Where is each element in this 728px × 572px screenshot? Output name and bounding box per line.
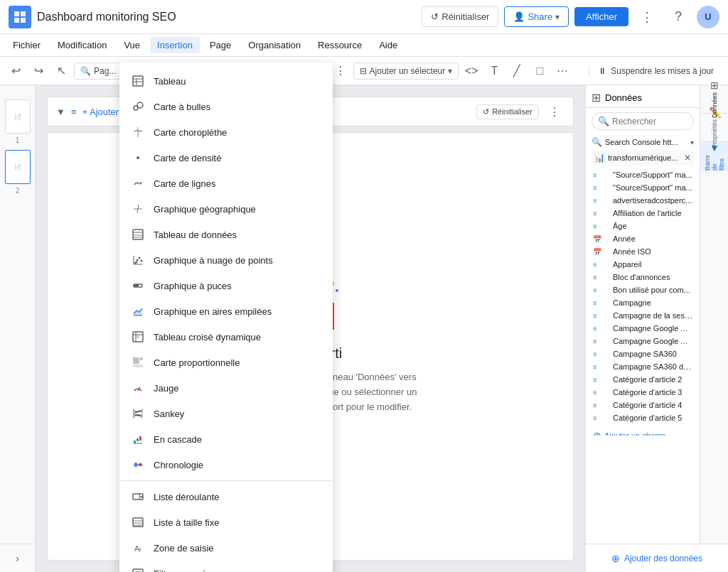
menu-puces[interactable]: Graphique à puces	[119, 273, 333, 298]
field-19[interactable]: ≡ Catégorie d'article 5	[592, 411, 694, 424]
svg-rect-2	[14, 18, 19, 23]
menu-cascade[interactable]: En cascade	[119, 426, 333, 452]
suspendre-icon: ⏸	[598, 66, 606, 76]
menu-liste-deroulante[interactable]: Liste déroulante	[119, 484, 333, 509]
field-15[interactable]: ≡ Campagne SA360 de ...	[592, 360, 694, 373]
filter-icon2: ≡	[71, 107, 77, 117]
field-4[interactable]: ≡ Âge	[592, 220, 694, 232]
field-type-icon: ≡	[593, 299, 610, 307]
text-tool[interactable]: T	[484, 61, 504, 81]
menu-aide[interactable]: Aide	[372, 37, 405, 53]
help-button[interactable]: ?	[665, 4, 691, 30]
data-source-transfor[interactable]: 📊 transfornumérique... ✕	[592, 150, 694, 166]
select-tool[interactable]: ↖	[51, 61, 71, 81]
field-5[interactable]: 📅 Année	[592, 232, 694, 245]
proprietes-tab-label: Propriétés	[711, 119, 718, 149]
svg-rect-39	[134, 284, 139, 287]
page-num-1: 1	[16, 136, 20, 144]
data-search-input[interactable]	[612, 117, 687, 126]
field-type-icon: ≡	[593, 363, 610, 371]
menu-crosstab[interactable]: Tableau croisé dynamique	[119, 324, 333, 350]
svg-rect-1	[21, 11, 26, 16]
code-button[interactable]: <>	[461, 61, 481, 81]
close-source-button[interactable]: ✕	[684, 153, 691, 163]
charts-section: Tableau Carte à bulles Carte choroplèthe…	[119, 65, 333, 480]
field-0[interactable]: ≡ "Source/Support" ma...	[592, 168, 694, 181]
field-11[interactable]: ≡ Campagne de la sess...	[592, 309, 694, 322]
field-type-icon: ≡	[593, 312, 610, 320]
shape-tool[interactable]: □	[530, 61, 550, 81]
data-source-transfor-label: transfornumérique...	[608, 153, 678, 162]
field-2[interactable]: ≡ advertiseradcostperc...	[592, 194, 694, 207]
menu-filtre-avance[interactable]: Filtre avancé	[119, 561, 333, 572]
page-thumb-1[interactable]: 📄 1	[5, 99, 31, 144]
menu-tableau[interactable]: Tableau	[119, 68, 333, 94]
tab-donnees[interactable]: ⊞ Données	[700, 85, 728, 114]
menu-carte-lignes[interactable]: Carte de lignes	[119, 171, 333, 196]
menu-propmap[interactable]: Carte proportionnelle	[119, 350, 333, 375]
menu-stacked[interactable]: Graphique en aires empilées	[119, 298, 333, 324]
menu-tableau-donnees[interactable]: Tableau de données	[119, 222, 333, 247]
menu-organisation[interactable]: Organisation	[241, 37, 308, 53]
menu-zone-saisie[interactable]: A Zone de saisie	[119, 535, 333, 561]
page-thumb-2[interactable]: 📄 2	[5, 150, 31, 195]
menu-vue[interactable]: Vue	[117, 37, 147, 53]
field-17[interactable]: ≡ Catégorie d'article 3	[592, 386, 694, 399]
menu-ressource[interactable]: Ressource	[311, 37, 369, 53]
afficher-button[interactable]: Afficher	[574, 7, 628, 26]
page-nav-arrow[interactable]: ›	[0, 544, 36, 572]
undo-button[interactable]: ↩	[6, 61, 26, 81]
field-type-icon: ≡	[593, 401, 610, 409]
add-field-button[interactable]: ⊕ Ajouter un champ	[592, 427, 694, 436]
add-data-button[interactable]: ⊕ Ajouter des données	[586, 544, 728, 572]
menu-scatter[interactable]: Graphique à nuage de points	[119, 247, 333, 273]
more-shapes-button[interactable]: ⋯	[552, 61, 572, 81]
menu-modification[interactable]: Modification	[50, 37, 114, 53]
reinit-button[interactable]: ↺ Réinitialiser	[422, 6, 498, 27]
field-14[interactable]: ≡ Campagne SA360	[592, 347, 694, 360]
canvas-reinit-button[interactable]: ↺ Réinitialiser	[476, 104, 539, 119]
redo-button[interactable]: ↪	[28, 61, 48, 81]
svg-point-33	[139, 257, 141, 259]
canvas-more-button[interactable]: ⋮	[545, 102, 564, 122]
field-9[interactable]: ≡ Bon utilisé pour com...	[592, 284, 694, 296]
field-12[interactable]: ≡ Campagne Google Ads	[592, 322, 694, 335]
svg-rect-56	[139, 436, 141, 441]
share-button[interactable]: 👤 Share ▾	[504, 6, 569, 27]
data-source-search-console[interactable]: 🔍 Search Console htt... ▾	[592, 134, 694, 150]
menu-gauge[interactable]: Jauge	[119, 375, 333, 401]
menu-graphique-geo[interactable]: Graphique géographique	[119, 196, 333, 222]
menu-insertion[interactable]: Insertion	[150, 37, 200, 53]
field-type-icon: ≡	[593, 376, 610, 384]
field-8[interactable]: ≡ Bloc d'annonces	[592, 271, 694, 284]
field-6[interactable]: 📅 Année ISO	[592, 245, 694, 258]
field-type-icon: ≡	[593, 261, 610, 269]
chevron-source-icon: ▾	[690, 139, 694, 146]
menu-bar: Fichier Modification Vue Insertion Page …	[0, 34, 728, 57]
dots-button[interactable]: ⋮	[331, 61, 350, 81]
field-16[interactable]: ≡ Catégorie d'article 2	[592, 373, 694, 386]
menu-fichier[interactable]: Fichier	[6, 37, 48, 53]
menu-sankey[interactable]: Sankey	[119, 401, 333, 426]
field-1[interactable]: ≡ "Source/Support" ma...	[592, 181, 694, 194]
field-7[interactable]: ≡ Appareil	[592, 258, 694, 271]
line-tool[interactable]: ╱	[507, 61, 527, 81]
timeline-icon	[131, 458, 145, 472]
menu-liste-taille-fixe[interactable]: Liste à taille fixe	[119, 509, 333, 535]
add-selector-button[interactable]: ⊟ Ajouter un sélecteur ▾	[353, 63, 459, 80]
avatar[interactable]: U	[697, 6, 719, 28]
grid-tab-icon: ⊞	[710, 80, 719, 91]
more-options-button[interactable]: ⋮	[634, 4, 660, 30]
cascade-icon	[131, 432, 145, 446]
field-13[interactable]: ≡ Campagne Google Ad...	[592, 335, 694, 347]
menu-timeline[interactable]: Chronologie	[119, 452, 333, 477]
field-10[interactable]: ≡ Campagne	[592, 296, 694, 309]
zoom-control[interactable]: 🔍 Pag...	[74, 63, 122, 80]
menu-carte-densite[interactable]: Carte de densité	[119, 145, 333, 171]
menu-carte-choroplethe[interactable]: Carte choroplèthe	[119, 119, 333, 145]
svg-rect-47	[133, 357, 139, 364]
menu-carte-bulles[interactable]: Carte à bulles	[119, 94, 333, 119]
field-18[interactable]: ≡ Catégorie d'article 4	[592, 399, 694, 411]
menu-page[interactable]: Page	[203, 37, 238, 53]
field-3[interactable]: ≡ Affiliation de l'article	[592, 207, 694, 220]
